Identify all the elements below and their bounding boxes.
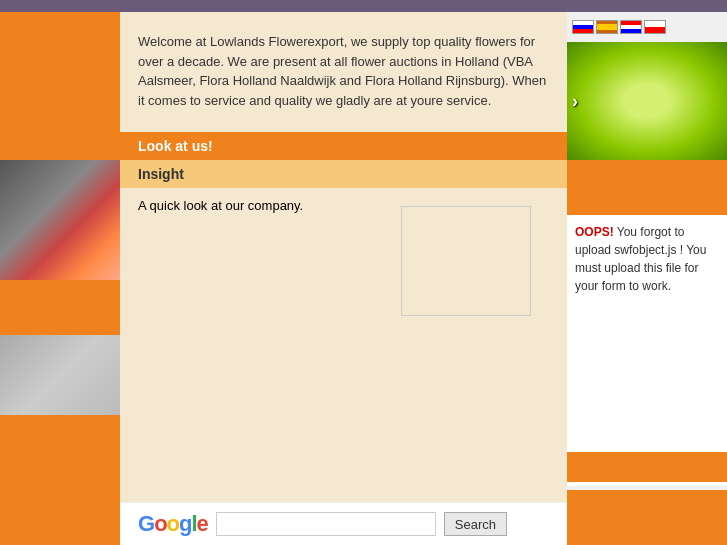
error-message: OOPS! You forgot to upload swfobject.js … xyxy=(575,223,719,295)
flag-russian[interactable] xyxy=(572,20,594,34)
look-at-us-label: Look at us! xyxy=(138,138,213,154)
right-orange-top xyxy=(567,160,727,215)
flower-image: › xyxy=(567,42,727,160)
insight-description: A quick look at our company. xyxy=(138,198,383,213)
left-sidebar xyxy=(0,12,120,545)
flags-bar xyxy=(567,12,727,42)
flag-dutch[interactable] xyxy=(620,20,642,34)
welcome-text: Welcome at Lowlands Flowerexport, we sup… xyxy=(138,32,549,110)
look-at-us-bar: Look at us! xyxy=(120,132,567,160)
welcome-section: Welcome at Lowlands Flowerexport, we sup… xyxy=(120,12,567,132)
flag-polish[interactable] xyxy=(644,20,666,34)
video-placeholder xyxy=(401,206,531,316)
google-search-bar: Google Search xyxy=(120,502,567,545)
insight-media-row: A quick look at our company. xyxy=(120,188,567,502)
right-orange-bottom xyxy=(567,490,727,545)
left-warehouse-image xyxy=(0,160,120,280)
left-bottom-orange xyxy=(0,415,120,545)
flag-spanish[interactable] xyxy=(596,20,618,34)
flower-petal xyxy=(567,42,727,160)
oops-label: OOPS! xyxy=(575,225,614,239)
main-content: Welcome at Lowlands Flowerexport, we sup… xyxy=(120,12,567,545)
top-bar xyxy=(0,0,727,12)
right-sidebar: › OOPS! You forgot to upload swfobject.j… xyxy=(567,12,727,545)
arrow-icon: › xyxy=(572,91,578,112)
right-orange-mid xyxy=(567,452,727,482)
right-divider xyxy=(567,482,727,486)
insight-row: Insight xyxy=(120,160,567,188)
google-search-button[interactable]: Search xyxy=(444,512,507,536)
main-wrapper: Welcome at Lowlands Flowerexport, we sup… xyxy=(0,12,727,545)
insight-label: Insight xyxy=(138,166,184,182)
left-mid-orange xyxy=(0,280,120,335)
google-logo: Google xyxy=(138,511,208,537)
left-top-orange xyxy=(0,12,120,160)
left-bottom-image xyxy=(0,335,120,415)
error-box: OOPS! You forgot to upload swfobject.js … xyxy=(567,215,727,452)
google-search-input[interactable] xyxy=(216,512,436,536)
